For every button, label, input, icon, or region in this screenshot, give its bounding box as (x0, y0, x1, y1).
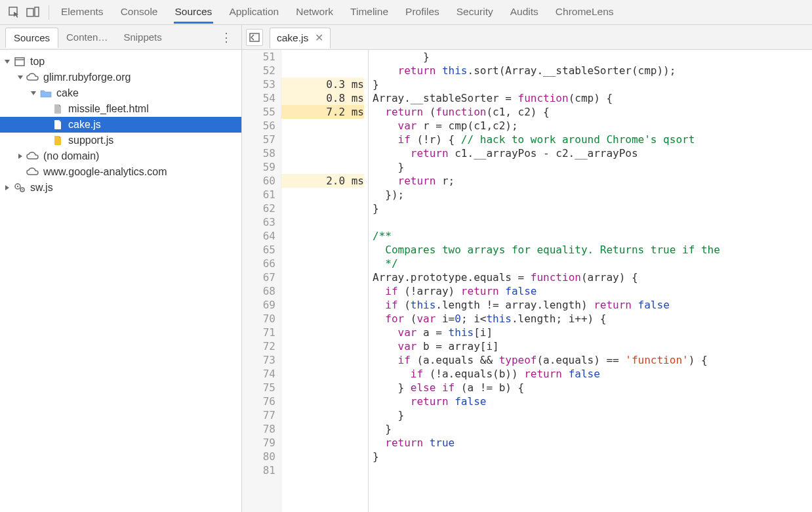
tab-security[interactable]: Security (455, 1, 495, 24)
tree-domain[interactable]: www.google-analytics.com (0, 164, 241, 180)
svg-rect-2 (35, 7, 39, 16)
chevron-down-icon (29, 89, 38, 98)
chevron-down-icon (3, 57, 12, 66)
tree-label: sw.js (30, 182, 53, 194)
tab-audits[interactable]: Audits (509, 1, 540, 24)
tree-label: cake (56, 87, 79, 99)
inspect-icon[interactable] (5, 3, 24, 22)
timing-column: 0.3 ms0.8 ms7.2 ms 2.0 ms (281, 50, 369, 512)
tab-network[interactable]: Network (294, 1, 335, 24)
device-icon[interactable] (24, 3, 42, 22)
svg-point-6 (17, 186, 18, 187)
tab-console[interactable]: Console (119, 1, 159, 24)
devtools-toolbar: ElementsConsoleSourcesApplicationNetwork… (0, 0, 812, 25)
gears-icon (13, 182, 26, 194)
tree-label: cake.js (68, 119, 101, 131)
tree-folder[interactable]: cake (0, 85, 241, 101)
sidebar-tab-2[interactable]: Snippets (115, 28, 169, 47)
chevron-right-icon (3, 183, 12, 192)
line-gutter: 5152535455565758596061626364656667686970… (242, 50, 281, 512)
sidebar-tabs: SourcesConten…Snippets⋮ (0, 25, 241, 50)
code-content[interactable]: } return this.sort(Array.__stableSorter(… (369, 50, 812, 512)
tab-application[interactable]: Application (228, 1, 280, 24)
tree-label: glimr.rubyforge.org (43, 72, 131, 83)
tree-top[interactable]: top (0, 54, 241, 70)
tree-label: support.js (68, 135, 113, 146)
tree-file[interactable]: missile_fleet.html (0, 101, 241, 117)
more-icon[interactable]: ⋮ (216, 30, 236, 45)
tree-label: missile_fleet.html (68, 103, 149, 115)
divider (49, 5, 49, 20)
tree-service-worker[interactable]: sw.js (0, 180, 241, 196)
chevron-right-icon (16, 152, 25, 161)
navigator-toggle-icon[interactable] (246, 29, 263, 46)
sidebar-tab-1[interactable]: Conten… (58, 28, 115, 47)
file-icon (51, 119, 64, 131)
sources-sidebar: SourcesConten…Snippets⋮ top glimr.rubyfo… (0, 25, 242, 512)
tab-sources[interactable]: Sources (174, 1, 214, 24)
tree-domain[interactable]: glimr.rubyforge.org (0, 70, 241, 85)
tree-file-selected[interactable]: cake.js (0, 117, 241, 133)
svg-rect-3 (15, 58, 24, 66)
tree-file[interactable]: support.js (0, 133, 241, 148)
folder-icon (39, 87, 52, 99)
tree-label: (no domain) (43, 150, 99, 162)
chevron-down-icon (16, 73, 25, 82)
frame-icon (13, 56, 26, 68)
tab-chromelens[interactable]: ChromeLens (554, 1, 615, 24)
cloud-icon (26, 150, 39, 162)
editor-tabbar: cake.js ✕ (242, 25, 812, 50)
svg-rect-1 (27, 9, 33, 16)
svg-point-8 (22, 189, 23, 190)
file-tab[interactable]: cake.js ✕ (270, 28, 331, 49)
file-tab-label: cake.js (277, 32, 308, 44)
file-tree: top glimr.rubyforge.org cake missile_fle… (0, 50, 241, 512)
tree-label: www.google-analytics.com (43, 166, 167, 178)
tree-domain[interactable]: (no domain) (0, 148, 241, 164)
file-icon (51, 103, 64, 115)
sidebar-tab-0[interactable]: Sources (5, 28, 58, 48)
devtools-tabs: ElementsConsoleSourcesApplicationNetwork… (56, 1, 615, 24)
tab-timeline[interactable]: Timeline (349, 1, 390, 24)
close-icon[interactable]: ✕ (315, 32, 323, 44)
file-js-icon (51, 135, 64, 146)
tree-label: top (30, 56, 45, 68)
tab-profiles[interactable]: Profiles (404, 1, 441, 24)
tab-elements[interactable]: Elements (60, 1, 105, 24)
cloud-icon (26, 72, 39, 83)
code-editor[interactable]: 5152535455565758596061626364656667686970… (242, 50, 812, 512)
editor-pane: cake.js ✕ 515253545556575859606162636465… (242, 25, 812, 512)
cloud-icon (26, 166, 39, 178)
